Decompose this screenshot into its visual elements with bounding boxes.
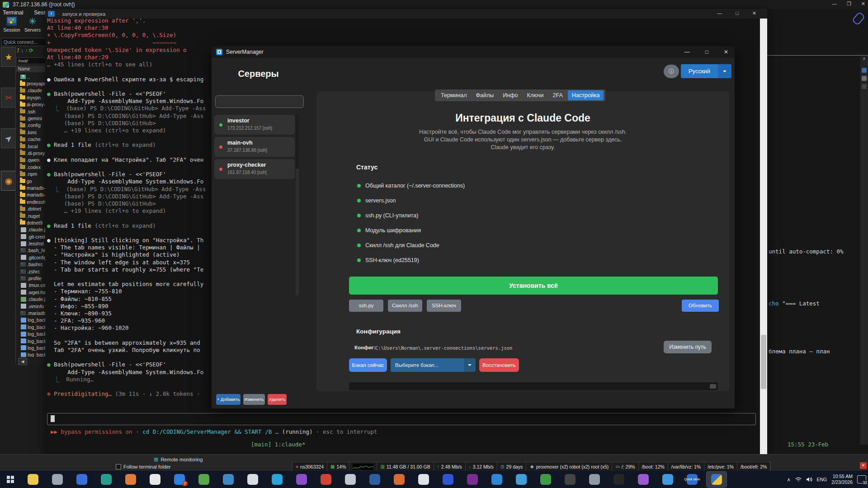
paperclip-icon[interactable] [852,11,866,25]
file-row[interactable]: endlessh [16,198,47,205]
edit-server-button[interactable]: Изменить [243,394,265,405]
file-row[interactable]: .viminfo [16,303,47,310]
file-row[interactable]: .gemini [16,115,47,122]
file-row[interactable]: ai-proxy-s [16,101,47,108]
server-card-main-ovh[interactable]: main-ovh37.187.136.86 [ssh] [214,137,295,157]
file-row[interactable]: .zshrc [16,268,47,275]
file-row[interactable]: .nuget [16,212,47,219]
change-path-button[interactable]: Изменить путь [664,341,712,353]
refresh-button[interactable]: Обновить [682,300,719,312]
taskbar-icon-8[interactable] [218,472,238,487]
file-row[interactable]: myvpn [16,94,47,101]
file-row[interactable]: log_backu [16,324,47,330]
servers-button[interactable]: ✳ Servers [23,16,42,33]
close-icon[interactable]: ✕ [724,49,728,55]
file-row[interactable]: .mariadb_ [16,310,47,316]
notification-center-icon[interactable]: 32 [857,475,866,483]
mini-icon[interactable] [862,84,867,89]
scrollbar-thumb[interactable] [296,115,299,169]
refresh-icon[interactable]: ⟳ [29,47,33,54]
file-row[interactable]: log_backu [16,330,47,337]
file-row[interactable]: mariadb-c [16,192,47,198]
tab-Файлы[interactable]: Файлы [472,90,498,100]
tab-Терминал[interactable]: Терминал [437,90,471,100]
taskbar-icon-23[interactable] [585,472,604,487]
taskbar-icon-9[interactable] [243,472,263,487]
quick-connect-input[interactable]: Quick connect... [1,38,49,46]
server-list-scrollbar[interactable] [296,115,299,296]
backup-select-dropdown[interactable]: Выберите бэкап... [391,358,476,372]
file-row[interactable]: .ssh [16,108,47,115]
taskbar-icon-26[interactable] [658,472,678,487]
file-row[interactable]: log_backu [16,344,47,351]
tab-2FA[interactable]: 2FA [549,90,567,100]
file-row[interactable]: mariadb-i [16,184,47,191]
server-card-proxy-checker[interactable]: proxy-checker161.97.118.40 [ssh] [214,159,295,179]
taskbar-icon-4[interactable] [121,472,141,487]
file-row[interactable]: .bashrc [16,261,47,268]
delete-server-button[interactable]: Удалить [268,394,287,405]
taskbar-icon-27[interactable]: Quick utmo [682,472,702,487]
file-row[interactable]: log_backu [16,352,47,357]
maximize-icon[interactable]: ❐ [847,1,851,7]
file-row[interactable]: .git-crede [16,233,47,240]
tab-Ключи[interactable]: Ключи [523,90,547,100]
file-row[interactable]: .local [16,143,47,150]
taskbar-icon-20[interactable] [511,472,531,487]
files-column-header[interactable]: Name [16,66,48,72]
tray-chevron-icon[interactable]: ∧ [787,477,790,483]
file-row[interactable]: proxyapis [16,80,47,87]
server-card-investor[interactable]: investor173.212.212.157 [ssh] [214,115,295,135]
server-search-input[interactable] [215,95,304,108]
backup-now-button[interactable]: Бэкап сейчас [349,358,387,372]
clock[interactable]: 10:55 AM 2/23/2026 [831,474,853,485]
start-button[interactable] [0,471,21,488]
file-row[interactable]: dotnet9 [16,219,47,226]
file-row[interactable]: .cache [16,136,47,143]
taskbar-icon-16[interactable] [414,472,434,487]
sidebar-tab-macros[interactable]: ➤ [1,128,16,148]
upload-icon[interactable]: ↑ [25,47,28,54]
folder-up-icon[interactable]: ⤴ [17,47,19,54]
file-row[interactable]: .gitconfig [16,254,47,261]
scrollbar-thumb[interactable] [761,335,766,389]
speaker-icon[interactable] [806,477,812,482]
file-row[interactable]: log_backu [16,317,47,324]
file-row[interactable]: .lesshst [16,240,47,247]
sidebar-tab-sftp[interactable]: ◉ [1,171,16,191]
file-row[interactable]: .config [16,122,47,129]
component-button-Скилл /ssh[interactable]: Скилл /ssh [388,300,422,312]
file-row[interactable]: .qwen [16,157,47,164]
file-row[interactable]: .claude [16,87,47,94]
file-row[interactable]: ↰.. [16,73,47,80]
maximize-icon[interactable]: □ [705,49,708,55]
restore-button[interactable]: Восстановить [479,358,519,372]
close-icon[interactable]: ✕ [752,10,756,16]
terminal-input-box[interactable] [47,413,756,425]
mini-icon[interactable] [862,76,867,81]
scroll-up-icon[interactable]: ∧ [860,56,868,61]
file-row[interactable]: .claude.js [16,296,47,303]
taskbar-icon-12[interactable] [316,472,336,487]
remote-monitoring-toggle[interactable]: ▦ Remote monitoring [154,456,203,462]
taskbar-icon-17[interactable] [438,472,458,487]
menu-terminal[interactable]: Terminal [3,9,23,16]
info-button[interactable]: ⓘ [664,65,679,78]
taskbar-icon-15[interactable] [389,472,409,487]
minimize-icon[interactable]: — [832,1,837,7]
minimize-icon[interactable]: — [684,49,690,55]
sidebar-tab-favorites[interactable]: ★ [1,47,16,67]
file-row[interactable]: .bash_his [16,247,47,254]
path-field[interactable]: /root/ [16,57,47,64]
component-button-SSH-ключ[interactable]: SSH-ключ [427,300,461,312]
file-row[interactable]: .wget-hs [16,289,47,296]
component-button-ssh.py[interactable]: ssh.py [349,300,383,312]
tab-Инфо[interactable]: Инфо [499,90,522,100]
taskbar-icon-0[interactable] [23,472,43,487]
close-monitoring-icon[interactable]: ✕ [860,462,867,469]
taskbar-icon-18[interactable] [462,472,482,487]
file-row[interactable]: .profile [16,275,47,282]
scrollbar-thumb[interactable] [710,384,716,389]
file-row[interactable]: .codex [16,164,47,170]
language-dropdown[interactable]: Русский [681,64,731,78]
